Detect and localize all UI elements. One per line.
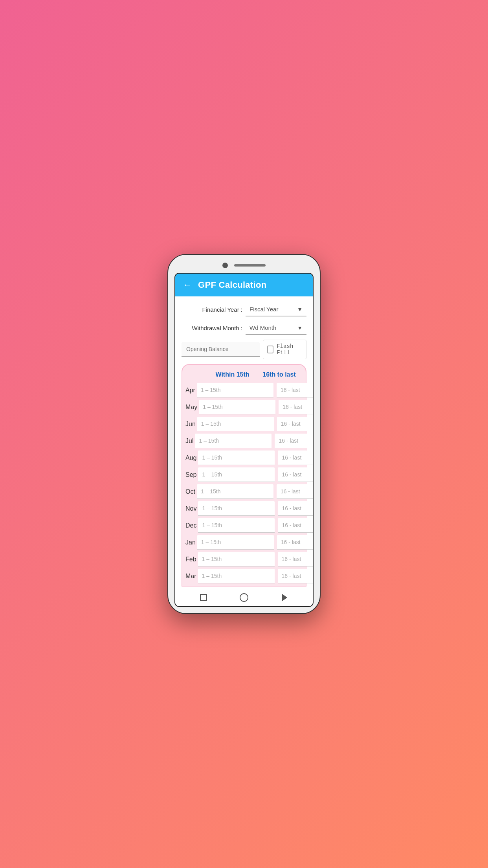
circle-icon — [240, 593, 248, 602]
cell-16th-to-last[interactable] — [277, 535, 314, 550]
cell-within-15th[interactable] — [198, 552, 275, 566]
month-label: Apr — [185, 387, 195, 394]
table-row: Aug — [185, 451, 303, 465]
withdrawal-month-label: Withdrawal Month : — [182, 325, 242, 331]
phone-top-bar — [174, 263, 314, 268]
col-header-within-15th: Within 15th — [209, 368, 256, 381]
table-row: Apr — [185, 383, 303, 397]
month-label: Feb — [185, 556, 196, 563]
cell-within-15th[interactable] — [197, 484, 273, 499]
month-label: Nov — [185, 505, 196, 512]
cell-16th-to-last[interactable] — [278, 467, 314, 482]
table-row: Jan — [185, 535, 303, 550]
cell-within-15th[interactable] — [198, 451, 275, 465]
cell-16th-to-last[interactable] — [278, 451, 314, 465]
table-header: Within 15th 16th to last — [185, 368, 303, 381]
table-row: Nov — [185, 501, 303, 516]
phone-speaker — [234, 264, 266, 267]
month-col-spacer — [185, 368, 209, 381]
cell-within-15th[interactable] — [195, 434, 272, 448]
app-content: Financial Year : Fiscal Year ▼ Withdrawa… — [175, 296, 313, 587]
app-title: GPF Calculation — [198, 280, 266, 290]
triangle-icon — [282, 594, 287, 601]
month-label: Aug — [185, 454, 196, 462]
bottom-nav — [175, 587, 313, 606]
cell-16th-to-last[interactable] — [278, 501, 314, 516]
nav-square-button[interactable] — [198, 592, 209, 603]
app-header: ← GPF Calculation — [175, 274, 313, 296]
fiscal-year-dropdown[interactable]: Fiscal Year ▼ — [246, 303, 306, 316]
table-row: Mar — [185, 569, 303, 583]
table-row: May — [185, 400, 303, 414]
cell-within-15th[interactable] — [198, 501, 275, 516]
cell-16th-to-last[interactable] — [275, 434, 314, 448]
financial-year-label: Financial Year : — [182, 306, 242, 313]
cell-within-15th[interactable] — [197, 535, 274, 550]
cell-16th-to-last[interactable] — [278, 552, 314, 566]
back-button[interactable]: ← — [183, 280, 192, 290]
withdrawal-month-row: Withdrawal Month : Wd Month ▼ — [182, 321, 306, 335]
opening-balance-row: Flash Fill — [182, 340, 306, 359]
chevron-down-icon-2: ▼ — [297, 325, 303, 331]
app-container: ← GPF Calculation Financial Year : Fisca… — [174, 273, 314, 607]
phone-camera — [222, 263, 228, 268]
nav-back-button[interactable] — [279, 592, 290, 603]
cell-16th-to-last[interactable] — [277, 383, 314, 397]
month-label: Jul — [185, 438, 193, 445]
square-icon — [200, 594, 207, 601]
month-label: Dec — [185, 522, 196, 529]
table-row: Dec — [185, 518, 303, 533]
cell-16th-to-last[interactable] — [278, 569, 314, 583]
nav-home-button[interactable] — [238, 592, 250, 603]
table-row: Jul — [185, 434, 303, 448]
month-label: Oct — [185, 488, 195, 495]
cell-within-15th[interactable] — [198, 518, 275, 533]
month-label: Sep — [185, 471, 196, 478]
table-body: Apr May Jun Jul Aug Sep Oct — [185, 383, 303, 583]
wd-month-dropdown[interactable]: Wd Month ▼ — [246, 321, 306, 335]
cell-within-15th[interactable] — [198, 569, 275, 583]
month-label: May — [185, 404, 197, 411]
cell-16th-to-last[interactable] — [277, 417, 314, 431]
phone-frame: ← GPF Calculation Financial Year : Fisca… — [167, 254, 321, 614]
cell-16th-to-last[interactable] — [278, 518, 314, 533]
data-table: Within 15th 16th to last Apr May Jun Jul… — [182, 364, 306, 587]
table-row: Oct — [185, 484, 303, 499]
fiscal-year-value: Fiscal Year — [250, 306, 278, 313]
table-row: Jun — [185, 417, 303, 431]
chevron-down-icon: ▼ — [297, 306, 303, 313]
month-label: Mar — [185, 573, 196, 580]
cell-within-15th[interactable] — [198, 467, 275, 482]
opening-balance-input[interactable] — [182, 342, 260, 357]
cell-within-15th[interactable] — [199, 400, 275, 414]
cell-16th-to-last[interactable] — [279, 400, 314, 414]
flash-fill-checkbox[interactable] — [267, 346, 273, 353]
month-label: Jan — [185, 539, 196, 546]
table-row: Feb — [185, 552, 303, 566]
table-row: Sep — [185, 467, 303, 482]
cell-16th-to-last[interactable] — [277, 484, 314, 499]
cell-within-15th[interactable] — [197, 417, 274, 431]
wd-month-value: Wd Month — [250, 324, 276, 331]
col-header-16th-to-last: 16th to last — [256, 368, 303, 381]
flash-fill-container: Flash Fill — [263, 340, 306, 359]
month-label: Jun — [185, 421, 196, 428]
flash-fill-label: Flash Fill — [277, 343, 302, 356]
financial-year-row: Financial Year : Fiscal Year ▼ — [182, 303, 306, 316]
cell-within-15th[interactable] — [197, 383, 273, 397]
